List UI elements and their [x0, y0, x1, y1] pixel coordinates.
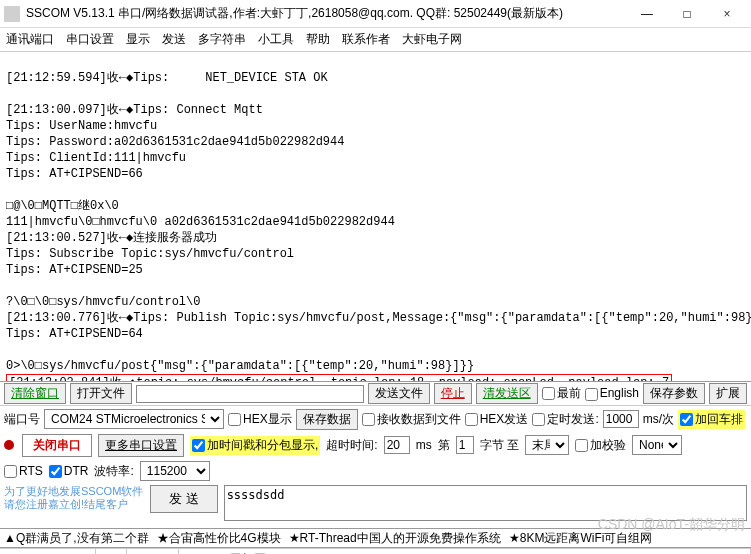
link-4g[interactable]: 合宙高性价比4G模块	[157, 530, 281, 547]
close-button[interactable]: ×	[707, 2, 747, 26]
ontop-checkbox[interactable]: 最前	[542, 385, 581, 402]
menu-contact[interactable]: 联系作者	[342, 31, 390, 48]
timed-interval-input[interactable]	[603, 410, 639, 428]
send-text-input[interactable]	[224, 485, 747, 521]
baud-label: 波特率:	[94, 463, 133, 480]
hex-show-checkbox[interactable]: HEX显示	[228, 411, 292, 428]
status-sent: S:0	[96, 549, 127, 554]
english-checkbox[interactable]: English	[585, 386, 639, 400]
link-wifi[interactable]: 8KM远距离WiFi可自组网	[509, 530, 653, 547]
status-recv: R:1121	[127, 549, 179, 554]
stop-button[interactable]: 停止	[434, 383, 472, 404]
byte-start-input[interactable]	[456, 436, 474, 454]
clear-send-button[interactable]: 清发送区	[476, 383, 538, 404]
window-title: SSCOM V5.13.1 串口/网络数据调试器,作者:大虾丁丁,2618058…	[26, 5, 627, 22]
link-group[interactable]: ▲Q群满员了,没有第二个群	[4, 530, 149, 547]
send-file-button[interactable]: 发送文件	[368, 383, 430, 404]
send-button[interactable]: 发 送	[150, 485, 218, 513]
timed-send-checkbox[interactable]: 定时发送:	[532, 411, 598, 428]
check-checkbox[interactable]: 加校验	[575, 437, 626, 454]
hex-send-checkbox[interactable]: HEX发送	[465, 411, 529, 428]
save-params-button[interactable]: 保存参数	[643, 383, 705, 404]
menu-port[interactable]: 通讯端口	[6, 31, 54, 48]
minimize-button[interactable]: —	[627, 2, 667, 26]
add-cr-checkbox[interactable]: 加回车排	[678, 410, 745, 429]
port-label: 端口号	[4, 411, 40, 428]
menu-web[interactable]: 大虾电子网	[402, 31, 462, 48]
status-led-icon	[4, 440, 14, 450]
menu-serial[interactable]: 串口设置	[66, 31, 114, 48]
rts-checkbox[interactable]: RTS	[4, 464, 43, 478]
dtr-checkbox[interactable]: DTR	[49, 464, 89, 478]
highlight-openled: [21:13:02.841]收←◆topic: sys/hmvcfu/contr…	[6, 374, 672, 382]
check-type-select[interactable]: None	[632, 435, 682, 455]
open-file-button[interactable]: 打开文件	[70, 383, 132, 404]
menu-display[interactable]: 显示	[126, 31, 150, 48]
tail-select[interactable]: 末尾	[525, 435, 569, 455]
link-rtthread[interactable]: RT-Thread中国人的开源免费操作系统	[289, 530, 501, 547]
status-port-info: COM24 已打开 115200bps,8,1,None,None	[179, 549, 751, 554]
menu-multistr[interactable]: 多字符串	[198, 31, 246, 48]
timeout-input[interactable]	[384, 436, 410, 454]
status-url[interactable]: www.daxia.com	[0, 549, 96, 554]
menu-tools[interactable]: 小工具	[258, 31, 294, 48]
time-unit-label: ms/次	[643, 411, 674, 428]
menu-bar: 通讯端口 串口设置 显示 发送 多字符串 小工具 帮助 联系作者 大虾电子网	[0, 28, 751, 52]
recv-to-file-checkbox[interactable]: 接收数据到文件	[362, 411, 461, 428]
menu-send[interactable]: 发送	[162, 31, 186, 48]
menu-help[interactable]: 帮助	[306, 31, 330, 48]
timestamp-checkbox[interactable]: 加时间戳和分包显示,	[190, 436, 320, 455]
baud-select[interactable]: 115200	[140, 461, 210, 481]
maximize-button[interactable]: □	[667, 2, 707, 26]
log-area: [21:12:59.594]收←◆Tips: NET_DEVICE STA OK…	[0, 52, 751, 382]
more-settings-button[interactable]: 更多串口设置	[98, 434, 184, 457]
clear-window-button[interactable]: 清除窗口	[4, 383, 66, 404]
app-icon	[4, 6, 20, 22]
close-port-button[interactable]: 关闭串口	[22, 434, 92, 457]
file-path-input[interactable]	[136, 385, 364, 403]
hint-text: 为了更好地发展SSCOM软件 请您注册嘉立创!结尾客户	[4, 485, 144, 511]
port-select[interactable]: COM24 STMicroelectronics S	[44, 409, 224, 429]
save-data-button[interactable]: 保存数据	[296, 409, 358, 430]
timeout-label: 超时时间:	[326, 437, 377, 454]
extend-button[interactable]: 扩展	[709, 383, 747, 404]
